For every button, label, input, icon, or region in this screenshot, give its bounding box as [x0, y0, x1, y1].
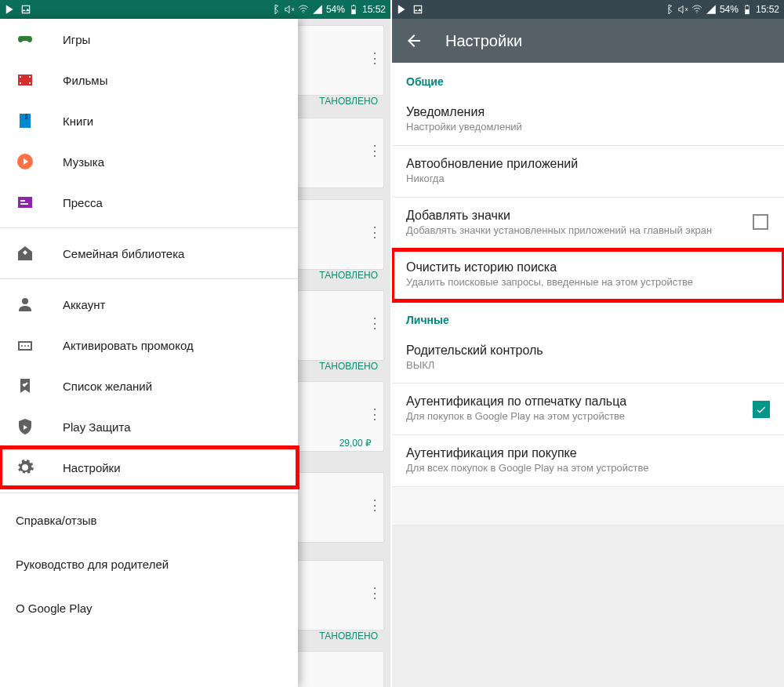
nav-item-parents-guide[interactable]: Руководство для родителей: [0, 542, 298, 586]
nav-label: Пресса: [63, 196, 103, 209]
nav-item-family[interactable]: Семейная библиотека: [0, 233, 298, 274]
music-icon: [16, 152, 34, 171]
svg-rect-13: [18, 197, 32, 208]
more-icon[interactable]: ⋮: [368, 49, 380, 67]
nav-item-account[interactable]: Аккаунт: [0, 284, 298, 325]
more-icon[interactable]: ⋮: [368, 496, 380, 514]
navigation-drawer: Игры Фильмы Книги Музыка Пресса Семейная…: [0, 19, 298, 687]
account-icon: [16, 295, 34, 314]
left-screenshot: 54% 15:52 ⋮ ТАНОВЛЕНО ⋮ ⋮ ТАНОВЛЕНО ⋮ ТА…: [0, 0, 392, 687]
svg-point-16: [22, 298, 28, 304]
setting-add-icons[interactable]: Добавлять значки Добавлять значки устано…: [392, 198, 784, 249]
svg-rect-11: [25, 114, 27, 119]
wifi-icon: [298, 4, 309, 15]
setting-title: Родительский контроль: [406, 344, 770, 358]
svg-rect-24: [746, 9, 750, 14]
nav-item-music[interactable]: Музыка: [0, 141, 298, 182]
svg-rect-4: [353, 5, 354, 5]
more-icon[interactable]: ⋮: [368, 142, 380, 159]
nav-item-promo[interactable]: Активировать промокод: [0, 325, 298, 365]
setting-auth-purchase[interactable]: Аутентификация при покупке Для всех поку…: [392, 435, 784, 487]
setting-title: Аутентификация при покупке: [406, 446, 770, 460]
divider: [0, 278, 298, 279]
bluetooth-icon: [270, 4, 281, 15]
svg-rect-3: [352, 9, 356, 14]
games-icon: [16, 30, 34, 49]
setting-clear-history[interactable]: Очистить историю поиска Удалить поисковы…: [392, 249, 784, 301]
nav-label: Список желаний: [63, 380, 152, 393]
back-icon[interactable]: [405, 31, 423, 50]
setting-parental[interactable]: Родительский контроль ВЫКЛ: [392, 333, 784, 384]
family-icon: [16, 244, 34, 263]
gear-icon: [16, 458, 34, 477]
installed-label: ТАНОВЛЕНО: [319, 361, 378, 372]
clock-text: 15:52: [362, 4, 386, 15]
section-personal: Личные: [392, 301, 784, 333]
mute-icon: [284, 4, 295, 15]
svg-point-18: [21, 345, 23, 347]
svg-rect-9: [29, 82, 31, 84]
setting-subtitle: Удалить поисковые запросы, введенные на …: [406, 276, 720, 289]
status-bar: 54% 15:52: [0, 0, 390, 19]
setting-title: Автообновление приложений: [406, 157, 770, 171]
setting-title: Добавлять значки: [406, 209, 770, 223]
appbar-title: Настройки: [445, 32, 522, 50]
installed-label: ТАНОВЛЕНО: [319, 631, 378, 642]
press-icon: [16, 193, 34, 212]
setting-fingerprint[interactable]: Аутентификация по отпечатку пальца Для п…: [392, 383, 784, 435]
setting-cut-off[interactable]: [392, 487, 784, 525]
more-icon[interactable]: ⋮: [368, 584, 380, 602]
svg-rect-0: [22, 5, 29, 13]
books-icon: [16, 111, 34, 130]
bluetooth-icon: [663, 4, 674, 15]
battery-icon: [348, 4, 359, 15]
nav-item-about[interactable]: О Google Play: [0, 586, 298, 630]
divider: [0, 493, 298, 493]
more-icon[interactable]: ⋮: [368, 314, 380, 332]
checkbox-checked[interactable]: [753, 401, 770, 418]
divider: [0, 227, 298, 228]
settings-list[interactable]: Общие Уведомления Настройки уведомлений …: [392, 63, 784, 687]
nav-item-movies[interactable]: Фильмы: [0, 60, 298, 100]
nav-label: Фильмы: [63, 74, 107, 87]
battery-text: 54%: [326, 4, 345, 15]
checkbox-unchecked[interactable]: [753, 214, 770, 231]
section-general: Общие: [392, 63, 784, 94]
nav-item-games[interactable]: Игры: [0, 19, 298, 60]
setting-notifications[interactable]: Уведомления Настройки уведомлений: [392, 94, 784, 146]
nav-item-books[interactable]: Книги: [0, 100, 298, 141]
nav-item-settings[interactable]: Настройки: [0, 447, 298, 488]
svg-rect-25: [746, 5, 748, 5]
svg-point-1: [303, 13, 303, 13]
battery-icon: [742, 4, 753, 15]
more-icon[interactable]: ⋮: [368, 405, 380, 423]
svg-rect-8: [29, 76, 31, 78]
svg-point-19: [24, 345, 26, 347]
nav-item-press[interactable]: Пресса: [0, 182, 298, 223]
right-screenshot: 54% 15:52 Настройки Общие Уведомления На…: [392, 0, 784, 687]
clock-text: 15:52: [756, 4, 779, 15]
setting-subtitle: Добавлять значки установленных приложени…: [406, 224, 720, 238]
underlying-app-list: ⋮ ТАНОВЛЕНО ⋮ ⋮ ТАНОВЛЕНО ⋮ ТАНОВЛЕНО ⋮ …: [296, 19, 390, 687]
nav-label: Семейная библиотека: [63, 247, 184, 260]
shield-icon: [16, 417, 34, 436]
play-store-icon: [5, 4, 16, 15]
nav-label: Активировать промокод: [63, 339, 194, 352]
nav-label: Игры: [63, 33, 90, 46]
installed-label: ТАНОВЛЕНО: [319, 270, 378, 281]
svg-rect-21: [414, 5, 421, 13]
svg-point-20: [27, 345, 29, 347]
nav-item-wishlist[interactable]: Список желаний: [0, 365, 298, 406]
nav-item-protect[interactable]: Play Защита: [0, 406, 298, 447]
nav-item-help[interactable]: Справка/отзыв: [0, 498, 298, 542]
more-icon[interactable]: ⋮: [368, 224, 380, 241]
setting-title: Уведомления: [406, 105, 770, 119]
app-bar: Настройки: [392, 19, 784, 63]
promo-icon: [16, 336, 34, 354]
movies-icon: [16, 71, 34, 89]
installed-label: ТАНОВЛЕНО: [319, 96, 378, 107]
svg-rect-14: [20, 200, 25, 202]
nav-label: Аккаунт: [63, 298, 105, 311]
setting-auto-update[interactable]: Автообновление приложений Никогда: [392, 146, 784, 198]
svg-rect-6: [20, 76, 21, 78]
